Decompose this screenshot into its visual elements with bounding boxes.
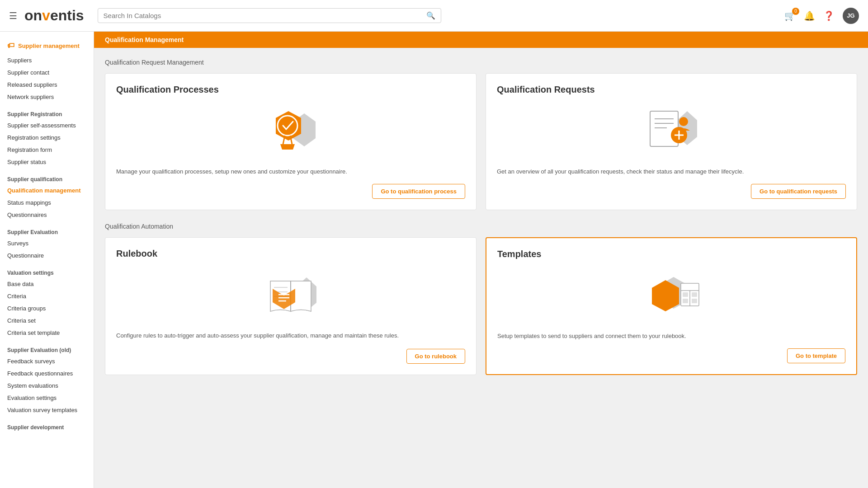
- sidebar-item-supplier-self-assessments[interactable]: Supplier self-assessments: [0, 119, 94, 131]
- card-title-templates: Templates: [497, 249, 845, 259]
- sidebar-section-label-evaluation-old: Supplier Evaluation (old): [0, 343, 94, 355]
- card-qualification-requests: Qualification Requests: [486, 73, 857, 210]
- search-bar[interactable]: 🔍: [98, 8, 441, 23]
- logo-text: onventis: [24, 7, 84, 23]
- sidebar-item-network-suppliers[interactable]: Network suppliers: [0, 91, 94, 103]
- illustration-requests: [497, 102, 846, 161]
- sidebar-section-label-development: Supplier development: [0, 420, 94, 432]
- sidebar-section-qualification: Qualification management Status mappings…: [0, 184, 94, 221]
- breadcrumb: Qualification Management: [94, 32, 868, 48]
- sidebar-item-supplier-status[interactable]: Supplier status: [0, 156, 94, 168]
- go-to-rulebook-button[interactable]: Go to rulebook: [406, 349, 465, 364]
- supplier-management-icon: 🏷: [7, 42, 14, 50]
- sidebar-section-evaluation-old: Feedback surveys Feedback questionnaires…: [0, 355, 94, 416]
- header-right: 🛒 0 🔔 ❓ JG: [784, 8, 859, 24]
- user-avatar[interactable]: JG: [843, 8, 859, 24]
- svg-rect-31: [692, 292, 697, 297]
- illustration-templates: [497, 267, 845, 325]
- sidebar-section-registration: Supplier self-assessments Registration s…: [0, 119, 94, 168]
- svg-rect-33: [692, 299, 697, 303]
- card-action-processes: Go to qualification process: [116, 184, 465, 199]
- sidebar-section-evaluation: Surveys Questionnaire: [0, 237, 94, 262]
- sidebar-top-supplier-management[interactable]: 🏷 Supplier management: [0, 37, 94, 54]
- sidebar-item-supplier-contact[interactable]: Supplier contact: [0, 66, 94, 79]
- sidebar-item-criteria-set[interactable]: Criteria set: [0, 314, 94, 327]
- sidebar-item-questionnaires[interactable]: Questionnaires: [0, 209, 94, 221]
- sidebar-item-criteria[interactable]: Criteria: [0, 290, 94, 302]
- section-title-automation: Qualification Automation: [105, 223, 857, 230]
- card-rulebook: Rulebook: [105, 237, 476, 375]
- card-templates: Templates: [486, 237, 857, 375]
- sidebar-item-evaluation-settings[interactable]: Evaluation settings: [0, 392, 94, 404]
- sidebar-item-qualification-management[interactable]: Qualification management: [0, 184, 94, 197]
- sidebar-section-label-evaluation: Supplier Evaluation: [0, 225, 94, 237]
- sidebar-item-released-suppliers[interactable]: Released suppliers: [0, 79, 94, 91]
- notifications-icon[interactable]: 🔔: [804, 10, 815, 21]
- illustration-rulebook: [116, 266, 465, 325]
- cart-badge: 0: [792, 8, 799, 15]
- sidebar-section-label-valuation: Valuation settings: [0, 265, 94, 278]
- svg-rect-32: [683, 299, 688, 303]
- card-desc-requests: Get an overview of all your qualificatio…: [497, 168, 846, 175]
- sidebar-item-criteria-set-template[interactable]: Criteria set template: [0, 327, 94, 339]
- svg-marker-5: [280, 144, 295, 150]
- sidebar-item-questionnaire[interactable]: Questionnaire: [0, 249, 94, 262]
- sidebar-item-surveys[interactable]: Surveys: [0, 237, 94, 249]
- sidebar-item-valuation-survey-templates[interactable]: Valuation survey templates: [0, 404, 94, 416]
- qualification-request-section: Qualification Request Management Qualifi…: [105, 59, 857, 210]
- card-desc-templates: Setup templates to send to suppliers and…: [497, 333, 845, 339]
- card-action-templates: Go to template: [497, 348, 845, 363]
- card-action-requests: Go to qualification requests: [497, 184, 846, 199]
- sidebar-item-registration-settings[interactable]: Registration settings: [0, 131, 94, 144]
- card-title-processes: Qualification Processes: [116, 84, 465, 95]
- main-content: Qualification Management Qualification R…: [94, 32, 868, 488]
- qualification-automation-section: Qualification Automation Rulebook: [105, 223, 857, 375]
- sidebar-section-valuation: Base data Criteria Criteria groups Crite…: [0, 278, 94, 339]
- go-to-qualification-requests-button[interactable]: Go to qualification requests: [751, 184, 846, 199]
- sidebar-item-system-evaluations[interactable]: System evaluations: [0, 380, 94, 392]
- cart-icon[interactable]: 🛒 0: [784, 10, 796, 21]
- card-title-rulebook: Rulebook: [116, 249, 465, 259]
- card-qualification-processes: Qualification Processes: [105, 73, 476, 210]
- help-icon[interactable]: ❓: [823, 10, 835, 21]
- sidebar-item-feedback-surveys[interactable]: Feedback surveys: [0, 355, 94, 367]
- sidebar-item-feedback-questionnaires[interactable]: Feedback questionnaires: [0, 367, 94, 380]
- sidebar-item-base-data[interactable]: Base data: [0, 278, 94, 290]
- sidebar-item-suppliers[interactable]: Suppliers: [0, 54, 94, 66]
- sidebar-top-label: Supplier management: [18, 42, 80, 49]
- automation-cards-grid: Rulebook: [105, 237, 857, 375]
- section-title-request: Qualification Request Management: [105, 59, 857, 66]
- logo: onventis: [24, 7, 84, 24]
- sidebar: 🏷 Supplier management Suppliers Supplier…: [0, 32, 94, 488]
- sidebar-item-criteria-groups[interactable]: Criteria groups: [0, 302, 94, 314]
- go-to-qualification-process-button[interactable]: Go to qualification process: [372, 184, 465, 199]
- search-icon[interactable]: 🔍: [426, 11, 435, 20]
- layout: 🏷 Supplier management Suppliers Supplier…: [0, 32, 868, 488]
- go-to-template-button[interactable]: Go to template: [787, 348, 845, 363]
- menu-icon[interactable]: ☰: [9, 10, 17, 21]
- card-desc-processes: Manage your qualification processes, set…: [116, 168, 465, 175]
- sidebar-section-suppliers: Suppliers Supplier contact Released supp…: [0, 54, 94, 103]
- search-input[interactable]: [104, 12, 426, 19]
- svg-rect-30: [683, 292, 688, 297]
- sidebar-section-label-registration: Supplier Registration: [0, 107, 94, 119]
- request-cards-grid: Qualification Processes: [105, 73, 857, 210]
- illustration-processes: [116, 102, 465, 161]
- sidebar-section-label-qualification: Supplier qualification: [0, 172, 94, 184]
- header: ☰ onventis 🔍 🛒 0 🔔 ❓ JG: [0, 0, 868, 32]
- sidebar-item-registration-form[interactable]: Registration form: [0, 144, 94, 156]
- sidebar-item-status-mappings[interactable]: Status mappings: [0, 197, 94, 209]
- content-area: Qualification Request Management Qualifi…: [94, 48, 868, 399]
- card-desc-rulebook: Configure rules to auto-trigger and auto…: [116, 332, 465, 340]
- card-action-rulebook: Go to rulebook: [116, 349, 465, 364]
- svg-point-14: [679, 117, 688, 126]
- card-title-requests: Qualification Requests: [497, 84, 846, 95]
